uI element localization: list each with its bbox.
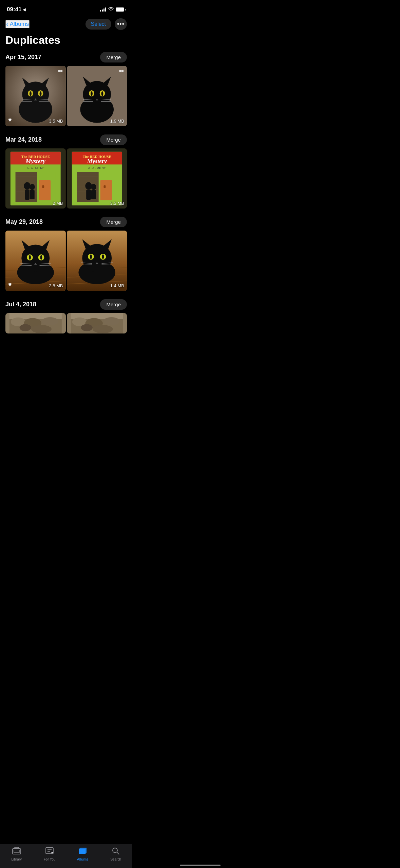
duplicate-group: Jul 4, 2018 Merge <box>5 299 127 333</box>
photo-item[interactable]: 1.9 MB <box>67 66 127 126</box>
svg-text:A · A · MILNE: A · A · MILNE <box>27 166 44 170</box>
wifi-icon <box>108 7 114 12</box>
duplicate-group: Mar 24, 2018 Merge The RED HOUSE Mystery… <box>5 134 127 209</box>
merge-button[interactable]: Merge <box>100 299 127 310</box>
svg-point-9 <box>40 91 42 96</box>
status-icons <box>100 7 126 12</box>
photo-item[interactable]: The RED HOUSE Mystery A · A · MILNE <box>5 148 66 209</box>
svg-rect-49 <box>25 189 30 200</box>
group-header: Jul 4, 2018 Merge <box>5 299 127 310</box>
back-button[interactable]: ‹ Albums <box>5 20 30 28</box>
svg-text:A · A · MILNE: A · A · MILNE <box>88 166 106 170</box>
svg-text:Mystery: Mystery <box>87 158 107 164</box>
group-header: Apr 15, 2017 Merge <box>5 52 127 62</box>
merge-button[interactable]: Merge <box>100 52 127 62</box>
back-label: Albums <box>10 21 29 28</box>
photo-size: 3.5 MB <box>49 119 63 124</box>
nav-bar: ‹ Albums Select ••• <box>0 17 132 33</box>
svg-rect-67 <box>86 189 91 200</box>
svg-point-25 <box>91 91 93 96</box>
svg-point-66 <box>85 182 92 189</box>
svg-rect-60 <box>103 185 106 188</box>
photo-grid: ♥ 2.8 MB <box>5 231 127 291</box>
svg-rect-51 <box>30 190 35 199</box>
svg-point-8 <box>30 91 32 96</box>
select-button[interactable]: Select <box>85 19 111 30</box>
svg-rect-69 <box>91 190 96 199</box>
photo-item[interactable] <box>5 313 66 333</box>
svg-point-100 <box>102 254 104 259</box>
photo-item[interactable]: ♥ 2.8 MB <box>5 231 66 291</box>
group-date: Mar 24, 2018 <box>5 136 42 143</box>
svg-point-50 <box>30 184 35 190</box>
svg-rect-42 <box>42 185 44 188</box>
shared-icon <box>57 69 63 74</box>
svg-point-118 <box>81 324 92 331</box>
battery-icon <box>116 7 126 12</box>
photo-item[interactable] <box>67 313 127 333</box>
svg-point-33 <box>121 70 124 72</box>
status-bar: 09:41 ◀ <box>0 0 132 17</box>
group-date: Jul 4, 2018 <box>5 301 36 308</box>
svg-point-112 <box>31 325 52 333</box>
svg-text:Mystery: Mystery <box>25 158 45 164</box>
status-time: 09:41 ◀ <box>7 6 25 13</box>
duplicate-group: Apr 15, 2017 Merge <box>5 52 127 126</box>
signal-icon <box>100 7 106 12</box>
svg-point-81 <box>29 255 31 260</box>
photo-size: 3.3 MB <box>110 201 124 206</box>
svg-point-111 <box>20 324 31 331</box>
photo-grid: The RED HOUSE Mystery A · A · MILNE <box>5 148 127 209</box>
photo-size: 1.9 MB <box>110 119 124 124</box>
group-date: May 29, 2018 <box>5 218 43 225</box>
group-header: Mar 24, 2018 Merge <box>5 134 127 145</box>
svg-point-110 <box>42 317 58 325</box>
page-title: Duplicates <box>0 33 132 52</box>
photo-grid <box>5 313 127 333</box>
time-display: 09:41 <box>7 6 21 13</box>
more-button[interactable]: ••• <box>115 18 127 30</box>
svg-point-16 <box>60 70 62 72</box>
svg-point-48 <box>24 182 31 189</box>
svg-point-119 <box>92 325 113 333</box>
heart-icon: ♥ <box>8 116 12 124</box>
merge-button[interactable]: Merge <box>100 217 127 227</box>
nav-actions: Select ••• <box>85 18 127 30</box>
photo-item[interactable]: ♥ 3.5 MB <box>5 66 66 126</box>
svg-point-32 <box>119 70 121 72</box>
merge-button[interactable]: Merge <box>100 134 127 145</box>
shared-icon <box>118 69 124 74</box>
svg-point-15 <box>58 70 60 72</box>
svg-rect-59 <box>100 180 112 200</box>
svg-point-117 <box>103 317 119 325</box>
chevron-left-icon: ‹ <box>6 21 8 28</box>
svg-rect-41 <box>39 180 51 200</box>
heart-icon: ♥ <box>8 281 12 288</box>
content-area: Apr 15, 2017 Merge <box>0 52 132 364</box>
photo-size: 2.8 MB <box>49 283 63 288</box>
svg-point-26 <box>101 91 103 96</box>
photo-size: 2 MB <box>53 201 63 206</box>
photo-item[interactable]: The RED HOUSE Mystery A · A · MILNE <box>67 148 127 209</box>
group-header: May 29, 2018 Merge <box>5 217 127 227</box>
svg-point-82 <box>40 255 42 260</box>
duplicate-group: May 29, 2018 Merge <box>5 217 127 291</box>
svg-point-99 <box>90 254 92 259</box>
svg-point-68 <box>91 184 96 190</box>
photo-item[interactable]: 1.4 MB <box>67 231 127 291</box>
photo-size: 1.4 MB <box>110 283 124 288</box>
location-icon: ◀ <box>23 7 25 12</box>
photo-grid: ♥ 3.5 MB <box>5 66 127 126</box>
group-date: Apr 15, 2017 <box>5 54 41 61</box>
